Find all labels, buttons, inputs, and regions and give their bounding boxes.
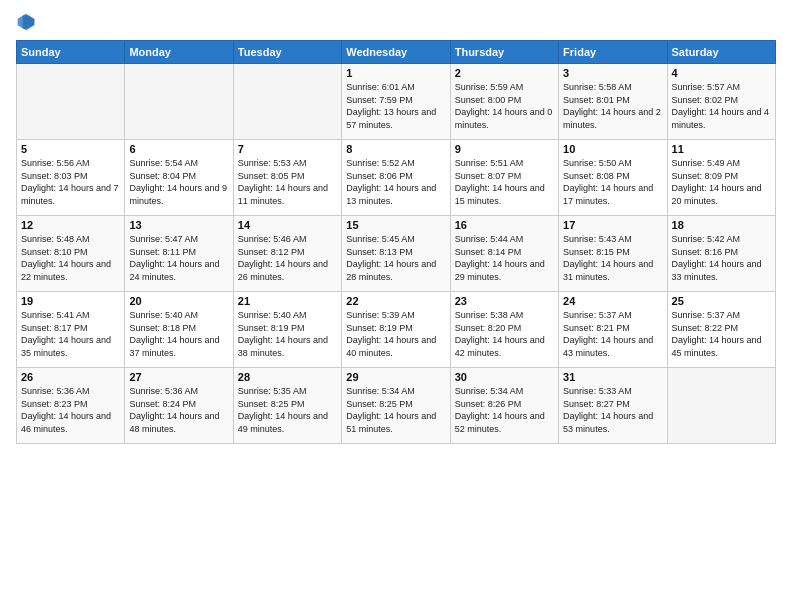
day-info: Sunrise: 5:53 AMSunset: 8:05 PMDaylight:… bbox=[238, 157, 337, 207]
day-info: Sunrise: 5:52 AMSunset: 8:06 PMDaylight:… bbox=[346, 157, 445, 207]
day-number: 13 bbox=[129, 219, 228, 231]
calendar-cell: 23Sunrise: 5:38 AMSunset: 8:20 PMDayligh… bbox=[450, 292, 558, 368]
calendar-cell bbox=[17, 64, 125, 140]
day-number: 30 bbox=[455, 371, 554, 383]
day-info: Sunrise: 5:46 AMSunset: 8:12 PMDaylight:… bbox=[238, 233, 337, 283]
weekday-header-sunday: Sunday bbox=[17, 41, 125, 64]
logo-icon bbox=[16, 12, 36, 32]
calendar-cell: 11Sunrise: 5:49 AMSunset: 8:09 PMDayligh… bbox=[667, 140, 775, 216]
day-number: 23 bbox=[455, 295, 554, 307]
day-number: 16 bbox=[455, 219, 554, 231]
calendar-cell: 17Sunrise: 5:43 AMSunset: 8:15 PMDayligh… bbox=[559, 216, 667, 292]
calendar-cell: 20Sunrise: 5:40 AMSunset: 8:18 PMDayligh… bbox=[125, 292, 233, 368]
calendar-cell bbox=[667, 368, 775, 444]
day-info: Sunrise: 5:44 AMSunset: 8:14 PMDaylight:… bbox=[455, 233, 554, 283]
day-info: Sunrise: 5:51 AMSunset: 8:07 PMDaylight:… bbox=[455, 157, 554, 207]
day-number: 3 bbox=[563, 67, 662, 79]
day-info: Sunrise: 5:34 AMSunset: 8:25 PMDaylight:… bbox=[346, 385, 445, 435]
weekday-row: SundayMondayTuesdayWednesdayThursdayFrid… bbox=[17, 41, 776, 64]
day-number: 31 bbox=[563, 371, 662, 383]
day-number: 6 bbox=[129, 143, 228, 155]
day-info: Sunrise: 5:58 AMSunset: 8:01 PMDaylight:… bbox=[563, 81, 662, 131]
weekday-header-saturday: Saturday bbox=[667, 41, 775, 64]
day-info: Sunrise: 5:59 AMSunset: 8:00 PMDaylight:… bbox=[455, 81, 554, 131]
logo bbox=[16, 12, 38, 32]
day-info: Sunrise: 5:35 AMSunset: 8:25 PMDaylight:… bbox=[238, 385, 337, 435]
calendar-cell: 26Sunrise: 5:36 AMSunset: 8:23 PMDayligh… bbox=[17, 368, 125, 444]
day-number: 18 bbox=[672, 219, 771, 231]
day-info: Sunrise: 5:37 AMSunset: 8:21 PMDaylight:… bbox=[563, 309, 662, 359]
day-info: Sunrise: 5:43 AMSunset: 8:15 PMDaylight:… bbox=[563, 233, 662, 283]
day-number: 8 bbox=[346, 143, 445, 155]
calendar-cell: 9Sunrise: 5:51 AMSunset: 8:07 PMDaylight… bbox=[450, 140, 558, 216]
day-info: Sunrise: 5:33 AMSunset: 8:27 PMDaylight:… bbox=[563, 385, 662, 435]
day-number: 4 bbox=[672, 67, 771, 79]
calendar-cell: 16Sunrise: 5:44 AMSunset: 8:14 PMDayligh… bbox=[450, 216, 558, 292]
calendar-week-5: 26Sunrise: 5:36 AMSunset: 8:23 PMDayligh… bbox=[17, 368, 776, 444]
calendar-cell: 29Sunrise: 5:34 AMSunset: 8:25 PMDayligh… bbox=[342, 368, 450, 444]
day-info: Sunrise: 5:34 AMSunset: 8:26 PMDaylight:… bbox=[455, 385, 554, 435]
day-info: Sunrise: 5:57 AMSunset: 8:02 PMDaylight:… bbox=[672, 81, 771, 131]
calendar-cell bbox=[125, 64, 233, 140]
weekday-header-monday: Monday bbox=[125, 41, 233, 64]
day-info: Sunrise: 5:42 AMSunset: 8:16 PMDaylight:… bbox=[672, 233, 771, 283]
calendar-cell: 15Sunrise: 5:45 AMSunset: 8:13 PMDayligh… bbox=[342, 216, 450, 292]
day-number: 20 bbox=[129, 295, 228, 307]
calendar-cell: 13Sunrise: 5:47 AMSunset: 8:11 PMDayligh… bbox=[125, 216, 233, 292]
day-number: 24 bbox=[563, 295, 662, 307]
calendar-week-3: 12Sunrise: 5:48 AMSunset: 8:10 PMDayligh… bbox=[17, 216, 776, 292]
svg-marker-1 bbox=[23, 15, 35, 28]
day-info: Sunrise: 5:40 AMSunset: 8:18 PMDaylight:… bbox=[129, 309, 228, 359]
day-number: 28 bbox=[238, 371, 337, 383]
day-number: 27 bbox=[129, 371, 228, 383]
day-number: 21 bbox=[238, 295, 337, 307]
day-info: Sunrise: 5:50 AMSunset: 8:08 PMDaylight:… bbox=[563, 157, 662, 207]
day-number: 22 bbox=[346, 295, 445, 307]
calendar-cell: 4Sunrise: 5:57 AMSunset: 8:02 PMDaylight… bbox=[667, 64, 775, 140]
day-number: 12 bbox=[21, 219, 120, 231]
day-info: Sunrise: 5:47 AMSunset: 8:11 PMDaylight:… bbox=[129, 233, 228, 283]
day-number: 10 bbox=[563, 143, 662, 155]
calendar-cell: 10Sunrise: 5:50 AMSunset: 8:08 PMDayligh… bbox=[559, 140, 667, 216]
calendar-cell: 8Sunrise: 5:52 AMSunset: 8:06 PMDaylight… bbox=[342, 140, 450, 216]
weekday-header-wednesday: Wednesday bbox=[342, 41, 450, 64]
weekday-header-friday: Friday bbox=[559, 41, 667, 64]
day-info: Sunrise: 5:56 AMSunset: 8:03 PMDaylight:… bbox=[21, 157, 120, 207]
day-info: Sunrise: 5:41 AMSunset: 8:17 PMDaylight:… bbox=[21, 309, 120, 359]
day-number: 25 bbox=[672, 295, 771, 307]
calendar-week-4: 19Sunrise: 5:41 AMSunset: 8:17 PMDayligh… bbox=[17, 292, 776, 368]
calendar-cell: 3Sunrise: 5:58 AMSunset: 8:01 PMDaylight… bbox=[559, 64, 667, 140]
calendar-cell: 25Sunrise: 5:37 AMSunset: 8:22 PMDayligh… bbox=[667, 292, 775, 368]
calendar-cell: 5Sunrise: 5:56 AMSunset: 8:03 PMDaylight… bbox=[17, 140, 125, 216]
calendar-cell: 12Sunrise: 5:48 AMSunset: 8:10 PMDayligh… bbox=[17, 216, 125, 292]
calendar-week-2: 5Sunrise: 5:56 AMSunset: 8:03 PMDaylight… bbox=[17, 140, 776, 216]
calendar-cell: 19Sunrise: 5:41 AMSunset: 8:17 PMDayligh… bbox=[17, 292, 125, 368]
calendar-cell: 31Sunrise: 5:33 AMSunset: 8:27 PMDayligh… bbox=[559, 368, 667, 444]
day-number: 1 bbox=[346, 67, 445, 79]
day-number: 7 bbox=[238, 143, 337, 155]
calendar-header: SundayMondayTuesdayWednesdayThursdayFrid… bbox=[17, 41, 776, 64]
calendar-body: 1Sunrise: 6:01 AMSunset: 7:59 PMDaylight… bbox=[17, 64, 776, 444]
calendar-cell: 7Sunrise: 5:53 AMSunset: 8:05 PMDaylight… bbox=[233, 140, 341, 216]
day-info: Sunrise: 5:45 AMSunset: 8:13 PMDaylight:… bbox=[346, 233, 445, 283]
calendar-cell bbox=[233, 64, 341, 140]
day-info: Sunrise: 5:49 AMSunset: 8:09 PMDaylight:… bbox=[672, 157, 771, 207]
calendar-cell: 27Sunrise: 5:36 AMSunset: 8:24 PMDayligh… bbox=[125, 368, 233, 444]
weekday-header-thursday: Thursday bbox=[450, 41, 558, 64]
day-number: 5 bbox=[21, 143, 120, 155]
day-info: Sunrise: 5:38 AMSunset: 8:20 PMDaylight:… bbox=[455, 309, 554, 359]
day-info: Sunrise: 5:37 AMSunset: 8:22 PMDaylight:… bbox=[672, 309, 771, 359]
day-number: 11 bbox=[672, 143, 771, 155]
day-number: 26 bbox=[21, 371, 120, 383]
calendar-cell: 22Sunrise: 5:39 AMSunset: 8:19 PMDayligh… bbox=[342, 292, 450, 368]
day-info: Sunrise: 6:01 AMSunset: 7:59 PMDaylight:… bbox=[346, 81, 445, 131]
calendar-cell: 6Sunrise: 5:54 AMSunset: 8:04 PMDaylight… bbox=[125, 140, 233, 216]
calendar-cell: 1Sunrise: 6:01 AMSunset: 7:59 PMDaylight… bbox=[342, 64, 450, 140]
calendar-cell: 18Sunrise: 5:42 AMSunset: 8:16 PMDayligh… bbox=[667, 216, 775, 292]
day-info: Sunrise: 5:54 AMSunset: 8:04 PMDaylight:… bbox=[129, 157, 228, 207]
day-number: 17 bbox=[563, 219, 662, 231]
page-header bbox=[16, 12, 776, 32]
calendar-table: SundayMondayTuesdayWednesdayThursdayFrid… bbox=[16, 40, 776, 444]
calendar-cell: 28Sunrise: 5:35 AMSunset: 8:25 PMDayligh… bbox=[233, 368, 341, 444]
calendar-cell: 30Sunrise: 5:34 AMSunset: 8:26 PMDayligh… bbox=[450, 368, 558, 444]
